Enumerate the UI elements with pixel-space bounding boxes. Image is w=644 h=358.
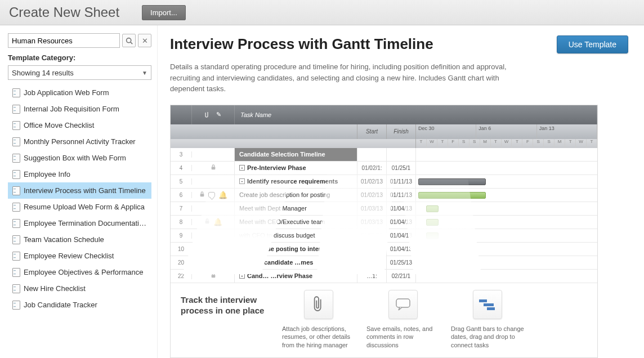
dialog-title: Create New Sheet	[9, 5, 119, 20]
gantt-row[interactable]: 6🔔Create job description for posting01/0…	[171, 189, 597, 202]
template-item[interactable]: Team Vacation Schedule	[8, 231, 151, 248]
feature-comment: Save emails, notes, and comments in row …	[366, 290, 440, 350]
lock-icon	[204, 218, 210, 225]
template-item[interactable]: Employee Review Checklist	[8, 248, 151, 264]
svg-rect-5	[211, 275, 215, 278]
collapse-toggle[interactable]: -	[239, 178, 245, 184]
template-title: Interview Process with Gantt Timeline	[170, 35, 433, 53]
gantt-body: 3Candidate Selection Timeline4-Pre-Inter…	[171, 148, 597, 283]
template-item[interactable]: Office Move Checklist	[8, 117, 151, 133]
template-item[interactable]: Job Application Web Form	[8, 84, 151, 101]
column-start: Start	[357, 124, 387, 139]
results-label: Showing 14 results	[12, 69, 74, 77]
column-task-name: Task Name	[235, 105, 597, 124]
feature-gantt: Drag Gantt bars to change dates, drag an…	[451, 290, 524, 350]
svg-rect-6	[396, 299, 410, 307]
chevron-down-icon: ▼	[142, 70, 147, 76]
gantt-bars-icon	[473, 290, 502, 319]
results-dropdown[interactable]: Showing 14 results ▼	[8, 65, 151, 80]
collapse-toggle[interactable]: -	[239, 273, 245, 279]
svg-rect-3	[200, 194, 204, 196]
template-description: Details a standard operating procedure a…	[170, 61, 530, 95]
template-item[interactable]: Monthly Personnel Activity Tracker	[8, 133, 151, 150]
search-input[interactable]	[8, 33, 120, 48]
template-item[interactable]: Internal Job Requisition Form	[8, 101, 151, 117]
lock-icon	[199, 191, 205, 198]
feature-callouts: Track the interview process in one place…	[171, 283, 597, 358]
sidebar: ✕ Template Category: Showing 14 results …	[0, 25, 158, 358]
comment-icon	[388, 290, 418, 319]
timeline-week: Jan 13	[537, 124, 597, 139]
template-item[interactable]: Suggestion Box with Web Form	[8, 150, 151, 166]
import-button[interactable]: Import...	[142, 5, 186, 20]
clear-search-icon[interactable]: ✕	[138, 34, 151, 47]
gantt-row[interactable]: 5-Identify resource requirements01/02/13…	[171, 175, 597, 189]
svg-point-0	[126, 38, 131, 42]
feature-gantt-text: Drag Gantt bars to change dates, drag an…	[451, 325, 524, 350]
column-finish: Finish	[387, 124, 416, 139]
timeline-week: Jan 6	[476, 124, 536, 139]
gantt-row[interactable]: 22-Cand… …rview Phase…1:02/21/1	[171, 270, 597, 283]
template-item[interactable]: Resume Upload Web Form & Applica	[8, 199, 151, 215]
gantt-row[interactable]: 4-Pre-Interview Phase01/02/1:01/25/1	[171, 162, 597, 175]
search-icon[interactable]	[122, 34, 136, 47]
gantt-row[interactable]: 9with CFO to discuss budget01/03/1301/04…	[171, 229, 597, 243]
gantt-header: ✎ Task Name	[171, 105, 597, 124]
gantt-row[interactable]: 20+…ble candidate …mes01/09/1301/25/13	[171, 256, 597, 270]
svg-line-1	[130, 42, 132, 43]
category-label: Template Category:	[8, 53, 151, 62]
template-item[interactable]: Employee Objectives & Performance	[8, 264, 151, 280]
lock-icon	[211, 272, 216, 279]
feature-attach: Attach job descriptions, resumes, or oth…	[282, 290, 355, 350]
template-item[interactable]: New Hire Checklist	[8, 280, 151, 297]
gantt-row[interactable]: 7Meet with Dept Manager01/03/1301/04/13	[171, 202, 597, 216]
feature-tagline: Track the interview process in one place	[181, 290, 271, 316]
template-preview: ✎ Task Name Start Finish Dec 30Jan 6Jan …	[170, 105, 598, 359]
reminder-icon: 🔔	[213, 218, 222, 226]
svg-rect-4	[205, 221, 209, 223]
collapse-toggle[interactable]: -	[239, 165, 245, 171]
collapse-toggle[interactable]: +	[239, 246, 244, 252]
gantt-row[interactable]: 3Candidate Selection Timeline	[171, 148, 597, 162]
dialog-header: Create New Sheet Import...	[0, 0, 644, 25]
collapse-toggle[interactable]: +	[239, 259, 245, 265]
template-item[interactable]: Employee Info	[8, 166, 151, 182]
feature-comment-text: Save emails, notes, and comments in row …	[366, 325, 440, 350]
template-item[interactable]: Interview Process with Gantt Timeline	[8, 182, 151, 199]
template-item[interactable]: Job Candidate Tracker	[8, 297, 151, 313]
timeline-week: Dec 30	[416, 124, 476, 139]
main-panel: Interview Process with Gantt Timeline Us…	[158, 25, 644, 358]
svg-rect-2	[211, 167, 215, 169]
feature-attach-text: Attach job descriptions, resumes, or oth…	[282, 325, 355, 350]
gantt-row[interactable]: 8🔔Meet with CEO/Executive team01/03/1301…	[171, 216, 597, 229]
reminder-icon: 🔔	[218, 191, 227, 199]
attachment-icon	[205, 111, 211, 118]
template-item[interactable]: Employee Termination Documentation	[8, 215, 151, 231]
use-template-button[interactable]: Use Template	[557, 35, 628, 53]
paperclip-icon	[304, 290, 333, 319]
template-list: Job Application Web FormInternal Job Req…	[8, 84, 151, 313]
discussion-icon	[208, 192, 215, 198]
lock-icon	[211, 164, 216, 171]
gantt-row[interactable]: 10+Advertise posting to internal and ext…	[171, 243, 597, 256]
